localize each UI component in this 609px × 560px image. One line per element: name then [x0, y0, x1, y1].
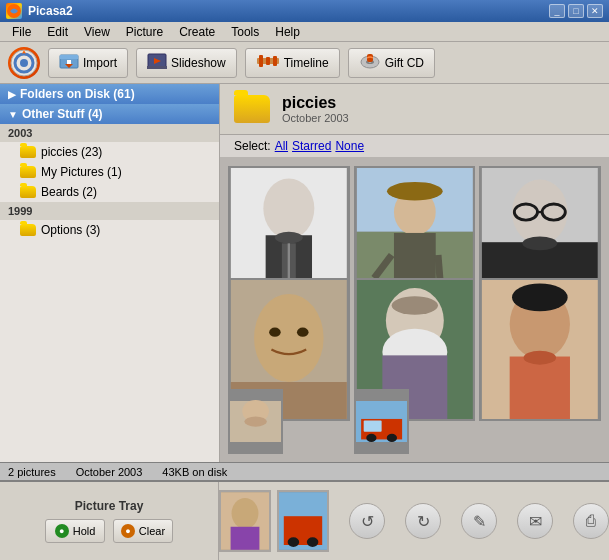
- menu-bar: File Edit View Picture Create Tools Help: [0, 22, 609, 42]
- folder-icon: [20, 224, 36, 236]
- folders-on-disk-header[interactable]: ▶ Folders on Disk (61): [0, 84, 219, 104]
- content-header-info: piccies October 2003: [282, 94, 349, 124]
- select-starred-link[interactable]: Starred: [292, 139, 331, 153]
- toolbar: Import Slideshow Timeline: [0, 42, 609, 84]
- svg-point-60: [386, 434, 396, 442]
- sidebar: ▶ Folders on Disk (61) ▼ Other Stuff (4)…: [0, 84, 220, 462]
- sidebar-item-options[interactable]: Options (3): [0, 220, 219, 240]
- svg-rect-64: [231, 527, 260, 550]
- clear-button[interactable]: ● Clear: [113, 519, 173, 543]
- svg-point-35: [523, 236, 558, 250]
- rotate-left-button[interactable]: ↺: [349, 503, 385, 539]
- app-icon: [6, 3, 22, 19]
- folder-beards-label: Beards (2): [41, 185, 97, 199]
- svg-point-67: [288, 537, 300, 547]
- status-date: October 2003: [76, 466, 143, 478]
- sidebar-item-piccies[interactable]: piccies (23): [0, 142, 219, 162]
- other-stuff-label: Other Stuff (4): [22, 107, 103, 121]
- slideshow-label: Slideshow: [171, 56, 226, 70]
- hold-button[interactable]: ● Hold: [45, 519, 105, 543]
- menu-edit[interactable]: Edit: [39, 23, 76, 41]
- email-button[interactable]: ✉: [517, 503, 553, 539]
- tray-thumb-2[interactable]: [277, 490, 329, 552]
- svg-point-22: [275, 232, 303, 244]
- svg-point-56: [244, 416, 267, 426]
- folder-icon: [20, 146, 36, 158]
- select-bar: Select: All Starred None: [220, 135, 609, 158]
- clear-icon: ●: [121, 524, 135, 538]
- slideshow-button[interactable]: Slideshow: [136, 48, 237, 78]
- folders-on-disk-label: Folders on Disk (61): [20, 87, 135, 101]
- print-button[interactable]: ⎙: [573, 503, 609, 539]
- sidebar-item-mypictures[interactable]: My Pictures (1): [0, 162, 219, 182]
- clear-label: Clear: [139, 525, 165, 537]
- tray-photo-thumbs: [219, 490, 329, 552]
- tray-thumb-1[interactable]: [219, 490, 271, 552]
- svg-rect-13: [266, 57, 270, 65]
- year-2003: 2003: [0, 124, 219, 142]
- tray-buttons: ● Hold ● Clear: [45, 519, 173, 543]
- content-folder-icon: [234, 95, 270, 123]
- import-icon: [59, 52, 79, 73]
- folder-options-label: Options (3): [41, 223, 100, 237]
- hold-icon: ●: [55, 524, 69, 538]
- menu-view[interactable]: View: [76, 23, 118, 41]
- slideshow-icon: [147, 52, 167, 73]
- other-stuff-header[interactable]: ▼ Other Stuff (4): [0, 104, 219, 124]
- menu-help[interactable]: Help: [267, 23, 308, 41]
- bottom-tray: Picture Tray ● Hold ● Clear: [0, 480, 609, 560]
- svg-point-63: [232, 498, 259, 529]
- title-bar: Picasa2 _ □ ✕: [0, 0, 609, 22]
- hold-label: Hold: [73, 525, 96, 537]
- photo-cell-6[interactable]: [479, 278, 601, 421]
- year-1999: 1999: [0, 202, 219, 220]
- svg-point-53: [524, 350, 556, 364]
- select-none-link[interactable]: None: [335, 139, 364, 153]
- svg-point-51: [512, 283, 568, 311]
- giftcd-label: Gift CD: [385, 56, 424, 70]
- menu-create[interactable]: Create: [171, 23, 223, 41]
- svg-point-41: [269, 327, 281, 336]
- app-title: Picasa2: [28, 4, 73, 18]
- folders-expand-icon: ▶: [8, 89, 16, 100]
- window-controls: _ □ ✕: [549, 4, 603, 18]
- giftcd-button[interactable]: Gift CD: [348, 48, 435, 78]
- main-layout: ▶ Folders on Disk (61) ▼ Other Stuff (4)…: [0, 84, 609, 462]
- content-header: piccies October 2003: [220, 84, 609, 135]
- photo-grid: [220, 158, 609, 462]
- minimize-button[interactable]: _: [549, 4, 565, 18]
- status-disk-size: 43KB on disk: [162, 466, 227, 478]
- svg-point-28: [387, 182, 443, 201]
- other-stuff-expand-icon: ▼: [8, 109, 18, 120]
- maximize-button[interactable]: □: [568, 4, 584, 18]
- timeline-label: Timeline: [284, 56, 329, 70]
- select-all-link[interactable]: All: [275, 139, 288, 153]
- menu-file[interactable]: File: [4, 23, 39, 41]
- status-bar: 2 pictures October 2003 43KB on disk: [0, 462, 609, 480]
- photo-cell-7[interactable]: [228, 389, 283, 454]
- svg-point-59: [366, 434, 376, 442]
- content-folder-date: October 2003: [282, 112, 349, 124]
- svg-point-3: [20, 59, 28, 67]
- status-pictures-count: 2 pictures: [8, 466, 56, 478]
- svg-rect-61: [363, 420, 381, 431]
- menu-picture[interactable]: Picture: [118, 23, 171, 41]
- import-label: Import: [83, 56, 117, 70]
- photo-cell-8[interactable]: [354, 389, 409, 454]
- svg-point-42: [297, 327, 309, 336]
- timeline-button[interactable]: Timeline: [245, 48, 340, 78]
- svg-rect-14: [273, 56, 277, 66]
- import-button[interactable]: Import: [48, 48, 128, 78]
- app-logo: [8, 47, 40, 79]
- edit-button[interactable]: ✎: [461, 503, 497, 539]
- svg-rect-52: [510, 356, 570, 419]
- svg-point-48: [391, 296, 437, 315]
- svg-rect-10: [147, 66, 167, 69]
- sidebar-item-beards[interactable]: Beards (2): [0, 182, 219, 202]
- menu-tools[interactable]: Tools: [223, 23, 267, 41]
- svg-point-20: [263, 178, 314, 238]
- folder-mypictures-label: My Pictures (1): [41, 165, 122, 179]
- close-button[interactable]: ✕: [587, 4, 603, 18]
- rotate-right-button[interactable]: ↻: [405, 503, 441, 539]
- giftcd-icon: [359, 52, 381, 73]
